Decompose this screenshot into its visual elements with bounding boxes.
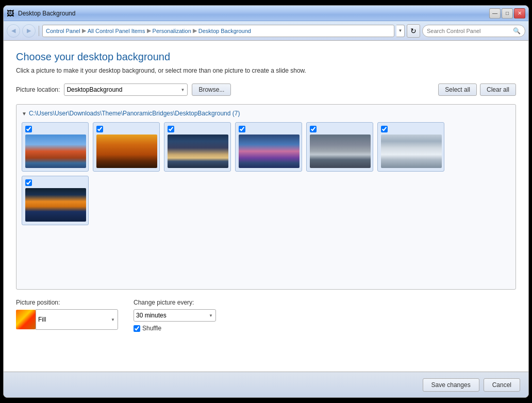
folder-arrow-icon[interactable]: ▼ xyxy=(22,111,27,116)
title-bar: 🖼 Desktop Background — □ ✕ xyxy=(4,6,528,21)
page-subtitle: Click a picture to make it your desktop … xyxy=(16,67,516,74)
picture-area: ▼ C:\Users\User\Downloads\Theme\Panorami… xyxy=(16,104,516,290)
picture-checkbox-7[interactable] xyxy=(25,179,32,186)
picture-thumb-1 xyxy=(25,135,86,168)
footer: Save changes Cancel xyxy=(4,372,528,397)
bridge-image-4 xyxy=(239,135,300,168)
shuffle-checkbox[interactable] xyxy=(134,325,140,332)
bridge-image-5 xyxy=(310,135,371,168)
window-title: Desktop Background xyxy=(18,10,75,17)
change-picture-label: Change picture every: xyxy=(134,299,216,306)
folder-path: C:\Users\User\Downloads\Theme\PanoramicB… xyxy=(29,110,240,117)
bridge-image-7 xyxy=(25,188,86,222)
picture-checkbox-1[interactable] xyxy=(25,126,32,132)
cancel-button[interactable]: Cancel xyxy=(484,378,520,392)
forward-button[interactable]: ▶ xyxy=(22,24,36,38)
browse-button[interactable]: Browse... xyxy=(192,83,231,96)
address-bar: ◀ ▶ Control Panel ▶ All Control Panel It… xyxy=(4,21,528,41)
picture-position-label: Picture position: xyxy=(16,299,118,306)
main-content: Choose your desktop background Click a p… xyxy=(4,41,528,372)
search-box[interactable]: 🔍 xyxy=(422,25,525,37)
title-controls: — □ ✕ xyxy=(489,8,525,19)
path-desktop-background[interactable]: Desktop Background xyxy=(198,28,251,34)
picture-checkbox-3[interactable] xyxy=(168,126,174,132)
picture-checkbox-6[interactable] xyxy=(381,126,388,132)
position-select[interactable]: Fill Fit Stretch Tile Center xyxy=(36,309,118,330)
bottom-settings: Picture position: Fill Fit Stretch Tile … xyxy=(16,299,516,332)
close-button[interactable]: ✕ xyxy=(514,8,525,19)
location-select-wrapper: DesktopBackground xyxy=(64,83,188,96)
path-control-panel[interactable]: Control Panel xyxy=(46,28,80,34)
refresh-button[interactable]: ↻ xyxy=(407,24,420,38)
picture-item-4[interactable] xyxy=(235,122,302,172)
page-title: Choose your desktop background xyxy=(16,51,516,63)
interval-select-wrapper: 10 seconds 30 seconds 1 minute 2 minutes… xyxy=(134,309,216,322)
picture-checkbox-5[interactable] xyxy=(310,126,317,132)
picture-checkbox-2[interactable] xyxy=(96,126,103,132)
pos-select-wrapper: Fill Fit Stretch Tile Center xyxy=(36,309,118,330)
bridge-image-2 xyxy=(96,135,157,168)
search-icon: 🔍 xyxy=(513,27,521,35)
path-all-items[interactable]: All Control Panel Items xyxy=(88,28,145,34)
picture-thumb-2 xyxy=(96,135,157,168)
shuffle-label: Shuffle xyxy=(142,325,161,332)
position-preview-thumb xyxy=(16,310,36,329)
desktop-background-window: 🖼 Desktop Background — □ ✕ ◀ ▶ Control P… xyxy=(3,5,529,398)
location-select[interactable]: DesktopBackground xyxy=(64,83,188,96)
address-path[interactable]: Control Panel ▶ All Control Panel Items … xyxy=(42,25,394,37)
interval-select[interactable]: 10 seconds 30 seconds 1 minute 2 minutes… xyxy=(134,309,216,322)
picture-location-row: Picture location: DesktopBackground Brow… xyxy=(16,83,516,96)
picture-item-6[interactable] xyxy=(377,122,444,172)
shuffle-row: Shuffle xyxy=(134,325,216,332)
save-changes-button[interactable]: Save changes xyxy=(423,378,479,392)
picture-thumb-4 xyxy=(239,135,300,168)
search-input[interactable] xyxy=(427,28,511,34)
picture-thumb-7 xyxy=(25,188,86,222)
path-dropdown[interactable]: ▼ xyxy=(396,25,405,37)
picture-thumb-6 xyxy=(381,135,442,168)
picture-item-5[interactable] xyxy=(306,122,373,172)
picture-thumb-3 xyxy=(168,135,228,168)
bridge-image-6 xyxy=(381,135,442,168)
back-button[interactable]: ◀ xyxy=(7,24,20,38)
picture-item-7[interactable] xyxy=(22,176,89,225)
picture-location-label: Picture location: xyxy=(16,86,60,93)
maximize-button[interactable]: □ xyxy=(502,8,513,19)
minimize-button[interactable]: — xyxy=(489,8,501,19)
picture-item-1[interactable] xyxy=(22,122,89,172)
select-all-button[interactable]: Select all xyxy=(438,83,477,96)
folder-header: ▼ C:\Users\User\Downloads\Theme\Panorami… xyxy=(22,110,510,117)
picture-item-2[interactable] xyxy=(93,122,160,172)
picture-position-group: Picture position: Fill Fit Stretch Tile … xyxy=(16,299,118,330)
path-personalization[interactable]: Personalization xyxy=(153,28,191,34)
right-buttons: Select all Clear all xyxy=(438,83,516,96)
position-select-wrapper: Fill Fit Stretch Tile Center xyxy=(16,309,118,330)
clear-all-button[interactable]: Clear all xyxy=(480,83,516,96)
bridge-image-1 xyxy=(25,135,86,168)
picture-item-3[interactable] xyxy=(164,122,231,172)
picture-checkbox-4[interactable] xyxy=(239,126,245,132)
bridge-image-3 xyxy=(168,135,228,168)
change-picture-group: Change picture every: 10 seconds 30 seco… xyxy=(134,299,216,332)
picture-thumb-5 xyxy=(310,135,371,168)
picture-grid xyxy=(22,122,510,225)
